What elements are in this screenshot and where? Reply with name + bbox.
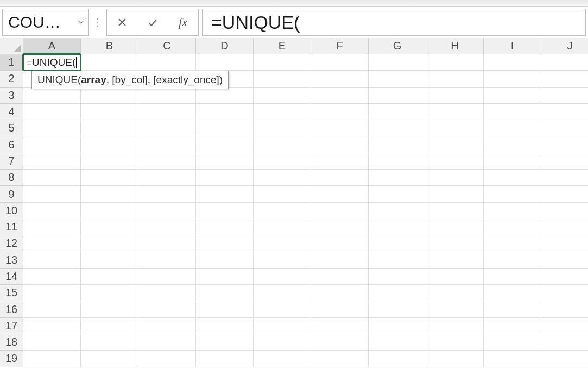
cell[interactable] — [23, 219, 81, 235]
cell[interactable] — [138, 120, 196, 136]
cell[interactable] — [369, 351, 426, 367]
cell[interactable] — [254, 318, 311, 334]
cell[interactable] — [196, 54, 254, 71]
cell[interactable] — [81, 318, 138, 334]
cell[interactable] — [138, 285, 196, 301]
cell[interactable] — [369, 285, 426, 301]
cell[interactable] — [81, 153, 138, 170]
cell[interactable] — [484, 203, 541, 219]
cell[interactable] — [81, 104, 138, 120]
cell[interactable] — [484, 252, 541, 269]
cell[interactable] — [254, 153, 311, 170]
cell[interactable] — [426, 153, 484, 170]
cell[interactable] — [196, 203, 254, 219]
cell[interactable] — [23, 104, 81, 120]
cell[interactable] — [23, 136, 81, 153]
cell[interactable] — [254, 219, 311, 235]
cell[interactable] — [369, 301, 426, 317]
cell[interactable] — [23, 120, 81, 136]
cell[interactable] — [541, 203, 588, 219]
cell[interactable] — [426, 203, 484, 219]
cell[interactable] — [81, 186, 138, 202]
cell[interactable] — [196, 318, 254, 334]
cell[interactable] — [541, 170, 588, 186]
cancel-button[interactable] — [107, 9, 137, 35]
cell[interactable] — [81, 351, 138, 367]
cell[interactable] — [81, 120, 138, 136]
cell[interactable] — [484, 170, 541, 186]
cell[interactable] — [426, 88, 484, 104]
cell[interactable] — [426, 235, 484, 252]
cell[interactable] — [138, 186, 196, 202]
cell[interactable] — [541, 104, 588, 120]
column-header-g[interactable]: G — [369, 38, 426, 54]
cell[interactable] — [311, 203, 369, 219]
cell[interactable] — [311, 301, 369, 317]
cell[interactable] — [311, 334, 369, 351]
cell[interactable] — [196, 235, 254, 252]
cell[interactable] — [81, 219, 138, 235]
cell[interactable] — [541, 136, 588, 153]
cell[interactable] — [311, 318, 369, 334]
cell[interactable] — [254, 285, 311, 301]
cell[interactable] — [23, 170, 81, 186]
cell[interactable] — [369, 153, 426, 170]
cell[interactable] — [369, 170, 426, 186]
column-header-h[interactable]: H — [426, 38, 484, 54]
cell[interactable] — [81, 252, 138, 269]
cell[interactable] — [254, 136, 311, 153]
cell[interactable] — [254, 351, 311, 367]
cell[interactable] — [369, 334, 426, 351]
cell[interactable] — [426, 170, 484, 186]
resize-handle-icon[interactable]: ⋮ — [92, 9, 103, 36]
cell[interactable] — [484, 235, 541, 252]
cell[interactable] — [196, 285, 254, 301]
cell[interactable] — [541, 71, 588, 87]
cell[interactable] — [541, 219, 588, 235]
cell[interactable] — [23, 153, 81, 170]
cell[interactable] — [196, 301, 254, 317]
column-header-i[interactable]: I — [484, 38, 541, 54]
row-header-8[interactable]: 8 — [0, 170, 23, 186]
cell[interactable] — [254, 235, 311, 252]
cell[interactable] — [138, 252, 196, 269]
cell[interactable] — [196, 120, 254, 136]
cell[interactable] — [311, 219, 369, 235]
row-header-4[interactable]: 4 — [0, 104, 23, 120]
cell[interactable] — [138, 170, 196, 186]
cell[interactable] — [426, 334, 484, 351]
cell[interactable] — [369, 318, 426, 334]
column-header-a[interactable]: A — [23, 38, 81, 54]
cell[interactable] — [369, 71, 426, 87]
cell[interactable] — [541, 120, 588, 136]
cell[interactable] — [23, 186, 81, 202]
cell[interactable] — [138, 235, 196, 252]
cell[interactable] — [254, 104, 311, 120]
cell[interactable] — [138, 153, 196, 170]
cell[interactable] — [138, 203, 196, 219]
cell[interactable] — [484, 318, 541, 334]
cell[interactable] — [541, 301, 588, 317]
cell[interactable] — [311, 285, 369, 301]
cell[interactable] — [196, 153, 254, 170]
cell[interactable] — [138, 104, 196, 120]
cell[interactable] — [426, 104, 484, 120]
column-header-b[interactable]: B — [81, 38, 138, 54]
cell[interactable] — [196, 219, 254, 235]
cell[interactable] — [23, 203, 81, 219]
cell[interactable] — [311, 120, 369, 136]
cell[interactable] — [311, 170, 369, 186]
cell[interactable] — [484, 269, 541, 285]
cell[interactable] — [81, 269, 138, 285]
cell[interactable] — [138, 351, 196, 367]
cell[interactable] — [23, 351, 81, 367]
cell[interactable] — [196, 88, 254, 104]
cell[interactable] — [196, 334, 254, 351]
function-tooltip[interactable]: UNIQUE(array, [by_col], [exactly_once]) — [31, 71, 229, 89]
row-header-11[interactable]: 11 — [0, 219, 23, 235]
cell[interactable] — [81, 54, 138, 71]
cell[interactable] — [484, 104, 541, 120]
cell[interactable] — [311, 186, 369, 202]
cell[interactable] — [311, 235, 369, 252]
row-header-17[interactable]: 17 — [0, 318, 23, 334]
